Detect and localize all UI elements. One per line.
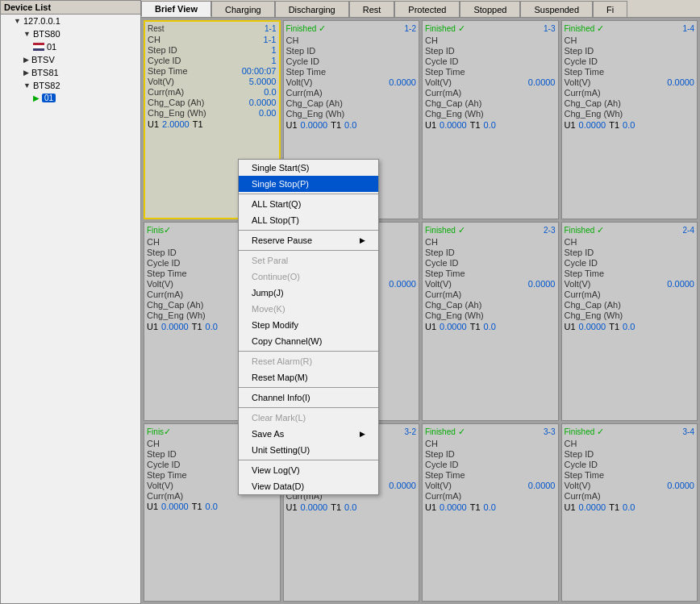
tab-brief-view[interactable]: Brief View bbox=[141, 1, 211, 17]
t1-val: 0.0 bbox=[484, 502, 496, 512]
stepid-label: Step ID bbox=[565, 449, 594, 459]
menu-step-modify[interactable]: Step Modify bbox=[239, 317, 378, 333]
t1-label: T1 bbox=[331, 120, 341, 130]
check-icon: ✓ bbox=[597, 225, 604, 235]
cycleid-label: Cycle ID bbox=[425, 56, 459, 66]
check-icon: ✓ bbox=[458, 23, 465, 33]
cell-1-4[interactable]: Finished ✓ 1-4 CH Step ID Cycle ID Step … bbox=[561, 20, 698, 219]
steptime-label: Step Time bbox=[565, 470, 605, 480]
tab-fi[interactable]: Fi bbox=[593, 1, 627, 17]
chgcap-label: Chg_Cap (Ah) bbox=[147, 300, 203, 310]
cell-status-3-4: Finished ✓ bbox=[565, 427, 605, 437]
u-val: 0.0000 bbox=[301, 502, 328, 512]
tab-rest[interactable]: Rest bbox=[349, 1, 395, 17]
volt-val: 0.0000 bbox=[667, 77, 694, 87]
expand-arrow: ▼ bbox=[23, 81, 31, 90]
submenu-arrow: ▶ bbox=[360, 236, 365, 244]
sidebar-item-bts81[interactable]: ▶ BTS81 bbox=[1, 66, 140, 79]
menu-separator-5 bbox=[239, 387, 378, 388]
u-val: 0.0000 bbox=[440, 502, 467, 512]
menu-channel-info[interactable]: Channel Info(I) bbox=[239, 389, 378, 406]
expand-arrow: ▶ bbox=[23, 56, 29, 64]
volt-label: Volt(V) bbox=[286, 77, 313, 87]
tab-protected[interactable]: Protected bbox=[394, 1, 460, 17]
cell-3-3[interactable]: Finished ✓ 3-3 CH Step ID Cycle ID Step … bbox=[422, 423, 559, 602]
t1-label: T1 bbox=[331, 502, 341, 512]
reserve-pause-label: Reserve Pause bbox=[252, 235, 312, 245]
menu-all-start[interactable]: ALL Start(Q) bbox=[239, 196, 378, 212]
volt-label: Volt(V) bbox=[565, 481, 591, 490]
menu-jump[interactable]: Jump(J) bbox=[239, 285, 378, 301]
curr-label: Curr(mA) bbox=[425, 290, 461, 299]
menu-set-paral: Set Paral bbox=[239, 252, 378, 269]
volt-label: Volt(V) bbox=[148, 77, 174, 86]
tab-charging[interactable]: Charging bbox=[211, 1, 275, 17]
tab-suspended[interactable]: Suspended bbox=[520, 1, 593, 17]
t1-val: 0.0 bbox=[484, 120, 496, 130]
chgcap-label: Chg_Cap (Ah) bbox=[148, 98, 204, 107]
u-val: 0.0000 bbox=[579, 502, 606, 512]
sidebar-item-bts82[interactable]: ▼ BTS82 bbox=[1, 79, 140, 92]
cell-id-3-2: 3-2 bbox=[405, 427, 416, 436]
cell-id-1-1: 1-1 bbox=[265, 24, 276, 33]
stepid-label: Step ID bbox=[425, 46, 455, 56]
cell-status-2-4: Finished ✓ bbox=[565, 225, 605, 235]
tab-stopped[interactable]: Stopped bbox=[460, 1, 520, 17]
ch-label: CH bbox=[147, 237, 160, 247]
menu-single-start[interactable]: Single Start(S) bbox=[239, 160, 378, 176]
menu-separator-2 bbox=[239, 230, 378, 231]
expand-arrow: ▶ bbox=[23, 69, 29, 77]
curr-label: Curr(mA) bbox=[147, 290, 183, 299]
stepid-label: Step ID bbox=[425, 248, 455, 257]
chgeng-label: Chg_Eng (Wh) bbox=[565, 109, 623, 119]
ch-label: CH bbox=[565, 439, 577, 448]
check-icon: ✓ bbox=[164, 225, 171, 235]
sidebar-item-btsv[interactable]: ▶ BTSV bbox=[1, 53, 140, 66]
cell-status-1-4: Finished ✓ bbox=[565, 23, 605, 34]
menu-reserve-pause[interactable]: Reserve Pause ▶ bbox=[239, 232, 378, 248]
u-label: U1 bbox=[286, 120, 298, 130]
cell-3-4[interactable]: Finished ✓ 3-4 CH Step ID Cycle ID Step … bbox=[561, 423, 698, 602]
cell-id-2-3: 2-3 bbox=[544, 226, 555, 235]
u-val: 0.0000 bbox=[440, 120, 467, 130]
ch-label: CH bbox=[565, 237, 577, 247]
t1-label: T1 bbox=[193, 119, 203, 129]
cell-2-4[interactable]: Finished ✓ 2-4 CH Step ID Cycle ID Step … bbox=[561, 222, 698, 421]
volt-label: Volt(V) bbox=[565, 279, 591, 289]
menu-view-log[interactable]: View Log(V) bbox=[239, 462, 378, 478]
cell-1-3[interactable]: Finished ✓ 1-3 CH Step ID Cycle ID Step … bbox=[422, 20, 559, 219]
ip-label: 127.0.0.1 bbox=[23, 16, 60, 26]
u-val: 0.0000 bbox=[161, 502, 189, 511]
menu-separator-1 bbox=[239, 194, 378, 194]
cycleid-label: Cycle ID bbox=[565, 460, 598, 469]
menu-unit-setting[interactable]: Unit Setting(U) bbox=[239, 442, 378, 458]
t1-val: 0.0 bbox=[344, 502, 356, 512]
sidebar-item-bts80[interactable]: ▼ BTS80 bbox=[1, 27, 140, 40]
cell-2-3[interactable]: Finished ✓ 2-3 CH Step ID Cycle ID Step … bbox=[422, 222, 559, 421]
cell-status-2-1: Finis✓ bbox=[147, 225, 171, 235]
u-label: U1 bbox=[425, 322, 436, 331]
menu-save-as[interactable]: Save As ▶ bbox=[239, 426, 378, 442]
menu-view-data[interactable]: View Data(D) bbox=[239, 478, 378, 494]
menu-copy-channel[interactable]: Copy Channel(W) bbox=[239, 333, 378, 349]
sidebar-item-ip[interactable]: ▼ 127.0.0.1 bbox=[1, 15, 140, 27]
menu-all-stop[interactable]: ALL Stop(T) bbox=[239, 212, 378, 228]
stepid-label: Step ID bbox=[565, 248, 594, 257]
sidebar-item-01-green[interactable]: ▶ 01 bbox=[1, 92, 140, 104]
steptime-label: Step Time bbox=[147, 269, 187, 278]
u-label: U1 bbox=[425, 120, 436, 130]
t1-label: T1 bbox=[609, 322, 619, 331]
chgeng-label: Chg_Eng (Wh) bbox=[565, 310, 623, 320]
cell-status-3-3: Finished ✓ bbox=[425, 427, 465, 437]
menu-single-stop[interactable]: Single Stop(P) bbox=[239, 176, 378, 192]
menu-reset-map[interactable]: Reset Map(M) bbox=[239, 369, 378, 385]
volt-label: Volt(V) bbox=[147, 481, 173, 490]
volt-label: Volt(V) bbox=[425, 77, 452, 87]
steptime-label: Step Time bbox=[148, 66, 188, 76]
volt-val: 0.0000 bbox=[667, 279, 694, 289]
cell-id-3-3: 3-3 bbox=[544, 427, 555, 436]
01-badge: 01 bbox=[42, 94, 56, 102]
tab-discharging[interactable]: Discharging bbox=[275, 1, 349, 17]
sidebar-item-01-flag[interactable]: 01 bbox=[1, 40, 140, 53]
cell-id-1-2: 1-2 bbox=[405, 24, 416, 33]
